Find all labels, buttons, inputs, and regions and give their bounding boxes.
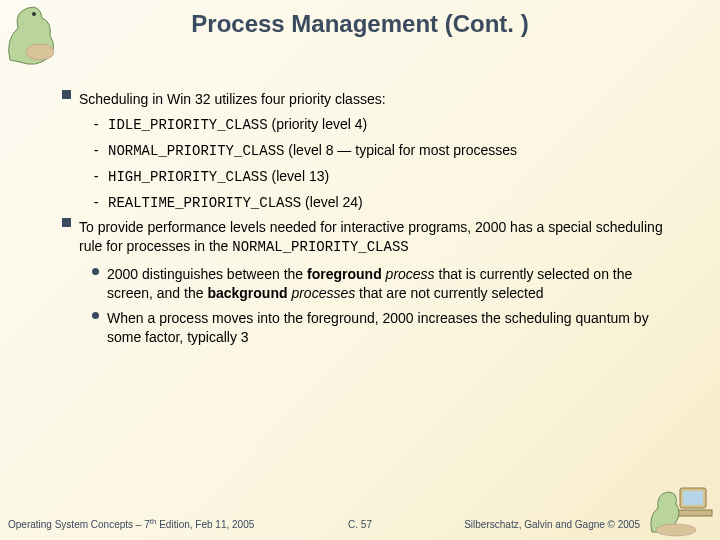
bullet-level1: Scheduling in Win 32 utilizes four prior… [62, 90, 680, 109]
bullet-level2: - HIGH_PRIORITY_CLASS (level 13) [92, 167, 680, 187]
bullet-level3: 2000 distinguishes between the foregroun… [92, 265, 680, 303]
bullet-text: IDLE_PRIORITY_CLASS (priority level 4) [108, 115, 367, 135]
bullet-text: To provide performance levels needed for… [79, 218, 680, 257]
svg-point-1 [26, 44, 54, 60]
dash-bullet-icon: - [92, 167, 98, 187]
bullet-text: When a process moves into the foreground… [107, 309, 680, 347]
bullet-text: 2000 distinguishes between the foregroun… [107, 265, 680, 303]
bullet-text: HIGH_PRIORITY_CLASS (level 13) [108, 167, 329, 187]
dot-bullet-icon [92, 312, 99, 319]
dash-bullet-icon: - [92, 141, 98, 161]
bullet-level3: When a process moves into the foreground… [92, 309, 680, 347]
bullet-text: NORMAL_PRIORITY_CLASS (level 8 — typical… [108, 141, 517, 161]
logo-dinosaur-top [0, 0, 68, 70]
bullet-text: REALTIME_PRIORITY_CLASS (level 24) [108, 193, 363, 213]
dash-bullet-icon: - [92, 115, 98, 135]
dash-bullet-icon: - [92, 193, 98, 213]
bullet-level2: - REALTIME_PRIORITY_CLASS (level 24) [92, 193, 680, 213]
dot-bullet-icon [92, 268, 99, 275]
square-bullet-icon [62, 218, 71, 227]
slide-footer: Operating System Concepts – 7th Edition,… [0, 512, 720, 536]
svg-rect-4 [683, 491, 703, 505]
slide-body: Scheduling in Win 32 utilizes four prior… [62, 90, 680, 353]
bullet-level1: To provide performance levels needed for… [62, 218, 680, 257]
slide-title: Process Management (Cont. ) [0, 10, 720, 38]
bullet-text: Scheduling in Win 32 utilizes four prior… [79, 90, 386, 109]
svg-point-2 [32, 12, 36, 16]
bullet-level2: - IDLE_PRIORITY_CLASS (priority level 4) [92, 115, 680, 135]
square-bullet-icon [62, 90, 71, 99]
bullet-level2: - NORMAL_PRIORITY_CLASS (level 8 — typic… [92, 141, 680, 161]
footer-copyright: Silberschatz, Galvin and Gagne © 2005 [464, 519, 640, 530]
